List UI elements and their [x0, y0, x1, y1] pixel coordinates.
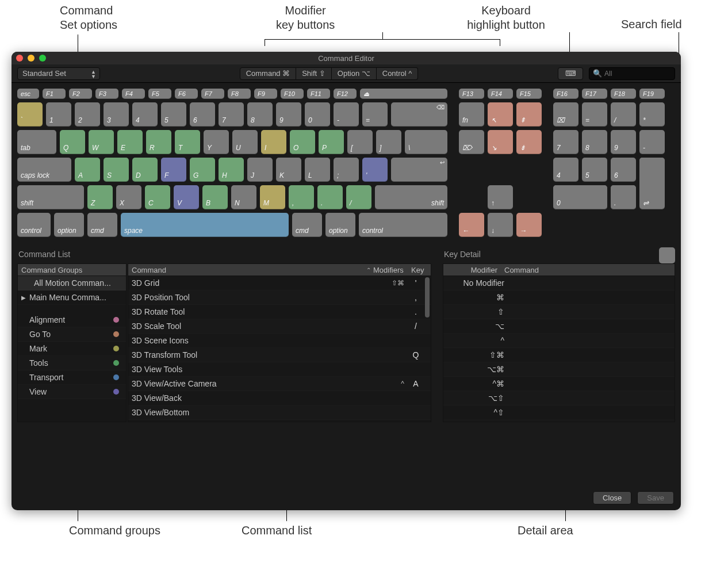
- key-left[interactable]: ←: [459, 213, 484, 237]
- key-detail-row[interactable]: ^⇧: [443, 406, 675, 420]
- key-forward-delete[interactable]: ⌦: [459, 130, 484, 154]
- key-option-right[interactable]: option: [325, 213, 355, 237]
- command-row[interactable]: 3D View/Active Camera^A: [128, 377, 431, 391]
- key-f18[interactable]: F18: [611, 89, 636, 99]
- group-color-row[interactable]: View: [18, 385, 126, 399]
- key-numequal[interactable]: =: [582, 102, 607, 127]
- modifier-control-button[interactable]: Control ^: [377, 67, 419, 80]
- key-command-left[interactable]: cmd: [87, 213, 117, 237]
- key-n[interactable]: N: [231, 185, 256, 209]
- key-detail-row[interactable]: ^⌘: [443, 377, 675, 391]
- key-f4[interactable]: F4: [122, 89, 145, 99]
- key-q[interactable]: Q: [60, 130, 85, 154]
- key-num8[interactable]: 8: [582, 130, 607, 154]
- key-detail-row[interactable]: No Modifier: [443, 276, 675, 290]
- group-color-row[interactable]: Mark: [18, 342, 126, 356]
- key-pageup[interactable]: ⇞: [516, 102, 542, 127]
- key-right[interactable]: →: [516, 213, 542, 237]
- key-numclear[interactable]: ⌧: [553, 102, 578, 127]
- keyboard-highlight-button[interactable]: ⌨: [558, 67, 583, 80]
- key-w[interactable]: W: [89, 130, 114, 154]
- key-f19[interactable]: F19: [639, 89, 665, 99]
- key-detail-row[interactable]: ⇧: [443, 305, 675, 319]
- key-e[interactable]: E: [117, 130, 143, 154]
- key-option-left[interactable]: option: [54, 213, 84, 237]
- key-2[interactable]: 2: [75, 102, 100, 127]
- key-backslash[interactable]: \: [405, 130, 447, 154]
- key-6[interactable]: 6: [190, 102, 215, 127]
- key-num4[interactable]: 4: [553, 158, 578, 182]
- key-numenter[interactable]: ⇌: [639, 158, 665, 209]
- key-detail-row[interactable]: ⌥⌘: [443, 362, 675, 377]
- key-nummul[interactable]: *: [639, 102, 665, 127]
- key-semicolon[interactable]: ;: [334, 158, 359, 182]
- key-8[interactable]: 8: [247, 102, 273, 127]
- key-control-right[interactable]: control: [359, 213, 447, 237]
- key-f9[interactable]: F9: [254, 89, 277, 99]
- group-color-row[interactable]: Alignment: [18, 313, 126, 327]
- key-space[interactable]: space: [121, 213, 289, 237]
- search-input[interactable]: [604, 70, 671, 78]
- key-d[interactable]: D: [132, 158, 158, 182]
- key-4[interactable]: 4: [132, 102, 158, 127]
- key-x[interactable]: X: [116, 185, 141, 209]
- scrollbar[interactable]: [425, 277, 430, 318]
- key-m[interactable]: M: [260, 185, 285, 209]
- key-f12[interactable]: F12: [334, 89, 357, 99]
- key-r[interactable]: R: [146, 130, 171, 154]
- key-detail-row[interactable]: ⇧⌘: [443, 348, 675, 362]
- key-return[interactable]: ↩: [391, 158, 447, 182]
- close-window-icon[interactable]: [16, 55, 23, 62]
- key-f2[interactable]: F2: [69, 89, 92, 99]
- key-detail-row[interactable]: ⌥⇧: [443, 391, 675, 406]
- group-color-row[interactable]: Go To: [18, 327, 126, 342]
- key-command-right[interactable]: cmd: [292, 213, 322, 237]
- th-command[interactable]: Command: [128, 266, 363, 274]
- key-end[interactable]: ↘: [488, 130, 513, 154]
- key-b[interactable]: B: [202, 185, 228, 209]
- modifier-command-button[interactable]: Command ⌘: [240, 67, 297, 80]
- key-f15[interactable]: F15: [516, 89, 542, 99]
- key-s[interactable]: S: [104, 158, 129, 182]
- key-equal[interactable]: =: [362, 102, 388, 127]
- key-7[interactable]: 7: [219, 102, 244, 127]
- key-o[interactable]: O: [290, 130, 315, 154]
- key-5[interactable]: 5: [161, 102, 186, 127]
- key-t[interactable]: T: [175, 130, 200, 154]
- command-row[interactable]: 3D Scale Tool/: [128, 319, 431, 334]
- command-set-dropdown[interactable]: Standard Set ▲▼: [17, 67, 100, 80]
- key-num7[interactable]: 7: [553, 130, 578, 154]
- key-eject[interactable]: ⏏: [360, 89, 447, 99]
- key-lbracket[interactable]: [: [347, 130, 373, 154]
- key-f13[interactable]: F13: [459, 89, 484, 99]
- key-delete[interactable]: ⌫: [391, 102, 447, 127]
- group-row[interactable]: All Motion Comman...: [18, 276, 126, 290]
- key-a[interactable]: A: [75, 158, 100, 182]
- key-j[interactable]: J: [247, 158, 273, 182]
- group-color-row[interactable]: Tools: [18, 356, 126, 370]
- key-u[interactable]: U: [232, 130, 258, 154]
- key-up[interactable]: ↑: [488, 185, 513, 209]
- key-num5[interactable]: 5: [582, 158, 607, 182]
- command-row[interactable]: 3D View/Focus On Object^F: [128, 420, 431, 422]
- key-v[interactable]: V: [174, 185, 199, 209]
- key-p[interactable]: P: [319, 130, 344, 154]
- key-shift-right[interactable]: shift: [375, 185, 447, 209]
- key-0[interactable]: 0: [305, 102, 330, 127]
- th-kd-modifier[interactable]: Modifier: [443, 266, 501, 274]
- key-f3[interactable]: F3: [95, 89, 118, 99]
- key-detail-row[interactable]: ⌘: [443, 290, 675, 305]
- key-detail-row[interactable]: ^: [443, 334, 675, 348]
- key-num0[interactable]: 0: [553, 185, 607, 209]
- key-f14[interactable]: F14: [488, 89, 513, 99]
- key-capslock[interactable]: caps lock: [17, 158, 71, 182]
- save-button[interactable]: Save: [637, 491, 674, 504]
- modifier-option-button[interactable]: Option ⌥: [332, 67, 377, 80]
- color-swatch-button[interactable]: [659, 247, 675, 263]
- command-row[interactable]: 3D Grid⇧⌘': [128, 276, 431, 290]
- key-f17[interactable]: F17: [582, 89, 607, 99]
- key-f16[interactable]: F16: [553, 89, 578, 99]
- key-control-left[interactable]: control: [17, 213, 51, 237]
- key-backtick[interactable]: `: [17, 102, 43, 127]
- group-color-row[interactable]: Transport: [18, 370, 126, 385]
